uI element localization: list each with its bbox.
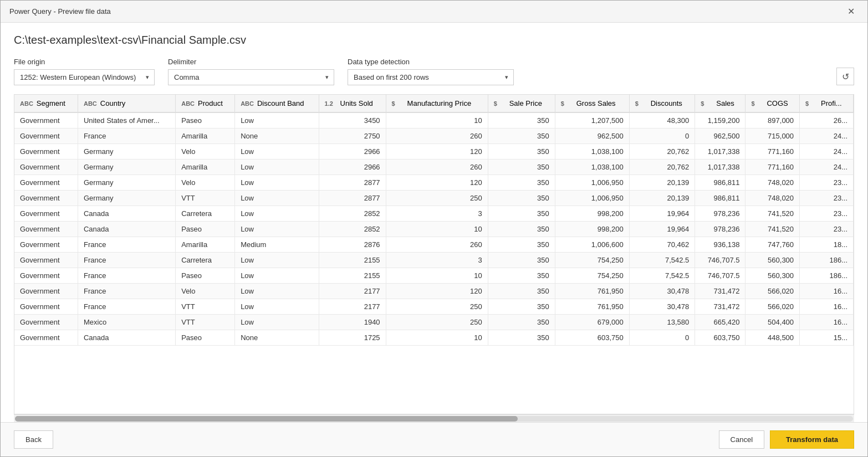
cell-r9-c2: Carretera xyxy=(176,253,235,268)
cell-r6-c7: 998,200 xyxy=(555,206,629,222)
cell-r10-c6: 350 xyxy=(488,268,555,284)
cell-r14-c0: Government xyxy=(14,330,78,346)
refresh-button[interactable]: ↺ xyxy=(836,68,854,85)
cell-r9-c0: Government xyxy=(14,253,78,268)
cell-r8-c0: Government xyxy=(14,237,78,253)
back-button[interactable]: Back xyxy=(14,430,53,449)
cell-r9-c1: France xyxy=(78,253,175,268)
col-type-icon-9: $ xyxy=(701,100,713,107)
cell-r6-c9: 978,236 xyxy=(695,206,746,222)
cell-r12-c10: 566,020 xyxy=(746,299,800,315)
dialog-window: Power Query - Preview file data ✕ C:\tes… xyxy=(0,0,868,457)
table-row: GovernmentGermanyAmarillaLow29662603501,… xyxy=(14,160,854,175)
cell-r14-c11: 15... xyxy=(800,330,854,346)
cell-r8-c9: 936,138 xyxy=(695,237,746,253)
data-table-container[interactable]: ABCSegmentABCCountryABCProductABCDiscoun… xyxy=(14,94,854,414)
horizontal-scrollbar[interactable] xyxy=(14,414,854,422)
cell-r14-c8: 0 xyxy=(629,330,695,346)
col-type-icon-2: ABC xyxy=(181,100,195,107)
cell-r12-c11: 16... xyxy=(800,299,854,315)
cell-r11-c2: Velo xyxy=(176,284,235,299)
col-header-label-10: COGS xyxy=(767,99,788,107)
title-bar: Power Query - Preview file data ✕ xyxy=(1,1,867,23)
cell-r4-c11: 23... xyxy=(800,175,854,191)
cell-r9-c3: Low xyxy=(235,253,319,268)
cell-r13-c3: Low xyxy=(235,315,319,330)
cell-r13-c5: 250 xyxy=(386,315,488,330)
table-row: GovernmentFranceVeloLow2177120350761,950… xyxy=(14,284,854,299)
cell-r12-c3: Low xyxy=(235,299,319,315)
cell-r2-c9: 1,017,338 xyxy=(695,144,746,160)
cell-r2-c8: 20,762 xyxy=(629,144,695,160)
cell-r9-c11: 186... xyxy=(800,253,854,268)
cell-r6-c3: Low xyxy=(235,206,319,222)
cell-r6-c5: 3 xyxy=(386,206,488,222)
table-row: GovernmentCanadaPaseoNone172510350603,75… xyxy=(14,330,854,346)
col-type-icon-1: ABC xyxy=(84,100,97,107)
cell-r8-c10: 747,760 xyxy=(746,237,800,253)
file-path: C:\test-examples\text-csv\Financial Samp… xyxy=(14,34,854,47)
cell-r0-c10: 897,000 xyxy=(746,112,800,129)
cell-r4-c6: 350 xyxy=(488,175,555,191)
cell-r9-c7: 754,250 xyxy=(555,253,629,268)
cell-r3-c9: 1,017,338 xyxy=(695,160,746,175)
cell-r3-c5: 260 xyxy=(386,160,488,175)
table-row: GovernmentCanadaCarreteraLow28523350998,… xyxy=(14,206,854,222)
cell-r4-c1: Germany xyxy=(78,175,175,191)
cell-r1-c0: Government xyxy=(14,129,78,144)
cell-r0-c2: Paseo xyxy=(176,112,235,129)
cell-r1-c11: 24... xyxy=(800,129,854,144)
table-row: GovernmentCanadaPaseoLow285210350998,200… xyxy=(14,222,854,237)
cell-r5-c8: 20,139 xyxy=(629,191,695,206)
cell-r2-c1: Germany xyxy=(78,144,175,160)
cell-r2-c7: 1,038,100 xyxy=(555,144,629,160)
col-header-label-4: Units Sold xyxy=(340,99,373,107)
cell-r2-c10: 771,160 xyxy=(746,144,800,160)
table-row: GovernmentFranceAmarillaNone275026035096… xyxy=(14,129,854,144)
cell-r10-c1: France xyxy=(78,268,175,284)
cell-r10-c4: 2155 xyxy=(319,268,386,284)
cell-r8-c8: 70,462 xyxy=(629,237,695,253)
options-row: File origin 1252: Western European (Wind… xyxy=(14,58,854,85)
cell-r14-c3: None xyxy=(235,330,319,346)
cell-r2-c2: Velo xyxy=(176,144,235,160)
delimiter-select[interactable]: Comma xyxy=(168,69,334,85)
cell-r0-c4: 3450 xyxy=(319,112,386,129)
cancel-button[interactable]: Cancel xyxy=(719,430,764,449)
cell-r14-c9: 603,750 xyxy=(695,330,746,346)
table-row: GovernmentFrancePaseoLow215510350754,250… xyxy=(14,268,854,284)
col-header-sale-price: $Sale Price xyxy=(488,95,555,112)
cell-r10-c3: Low xyxy=(235,268,319,284)
cell-r12-c0: Government xyxy=(14,299,78,315)
footer-left: Back xyxy=(14,430,53,449)
datatype-select[interactable]: Based on first 200 rows xyxy=(348,69,514,85)
col-type-icon-7: $ xyxy=(561,100,573,107)
delimiter-select-wrapper: Comma ▾ xyxy=(168,69,334,85)
col-header-label-1: Country xyxy=(100,99,126,107)
cell-r4-c8: 20,139 xyxy=(629,175,695,191)
cell-r12-c1: France xyxy=(78,299,175,315)
cell-r6-c4: 2852 xyxy=(319,206,386,222)
cell-r8-c1: France xyxy=(78,237,175,253)
cell-r3-c2: Amarilla xyxy=(176,160,235,175)
table-row: GovernmentFranceCarreteraLow21553350754,… xyxy=(14,253,854,268)
cell-r5-c11: 23... xyxy=(800,191,854,206)
cell-r11-c0: Government xyxy=(14,284,78,299)
cell-r8-c7: 1,006,600 xyxy=(555,237,629,253)
cell-r0-c0: Government xyxy=(14,112,78,129)
transform-data-button[interactable]: Transform data xyxy=(770,430,854,449)
datatype-label: Data type detection xyxy=(348,58,514,66)
col-header-label-7: Gross Sales xyxy=(576,99,616,107)
cell-r10-c11: 186... xyxy=(800,268,854,284)
cell-r6-c0: Government xyxy=(14,206,78,222)
col-type-icon-0: ABC xyxy=(20,100,33,107)
cell-r13-c2: VTT xyxy=(176,315,235,330)
cell-r13-c11: 16... xyxy=(800,315,854,330)
cell-r14-c2: Paseo xyxy=(176,330,235,346)
col-header-cogs: $COGS xyxy=(746,95,800,112)
cell-r1-c5: 260 xyxy=(386,129,488,144)
table-row: GovernmentGermanyVeloLow28771203501,006,… xyxy=(14,175,854,191)
col-header-discount-band: ABCDiscount Band xyxy=(235,95,319,112)
close-button[interactable]: ✕ xyxy=(843,4,859,19)
file-origin-select[interactable]: 1252: Western European (Windows) xyxy=(14,69,155,85)
